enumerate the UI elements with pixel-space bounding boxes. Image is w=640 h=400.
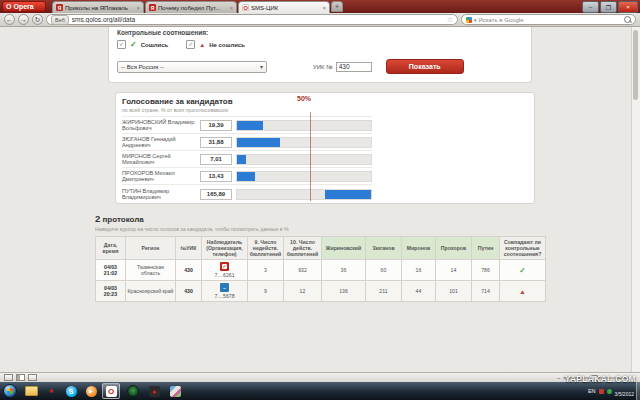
page-scrollbar[interactable] (631, 27, 640, 372)
cell-region: Тюменская область (126, 260, 176, 281)
tab-close-icon[interactable]: × (136, 5, 140, 11)
web-badge[interactable]: Веб (51, 15, 69, 25)
maximize-button[interactable]: ❐ (600, 1, 617, 13)
opera-menu-button[interactable]: O Opera (2, 1, 46, 12)
candidate-value: 13,43 (200, 171, 232, 182)
bar-track (236, 137, 372, 148)
uik-label: УИК № (313, 64, 333, 70)
cell-observer: ~ 7....5678 (202, 281, 248, 302)
start-button[interactable] (3, 384, 17, 398)
cell-zyuganov[interactable]: 60 (366, 260, 402, 281)
cell-prokhorov[interactable]: 14 (436, 260, 472, 281)
tray-clock[interactable]: 3/5/2012 (615, 385, 634, 397)
tab-close-icon[interactable]: × (322, 5, 326, 11)
zoom-out-icon[interactable]: − (557, 375, 561, 381)
cell-prokhorov[interactable]: 101 (436, 281, 472, 302)
bar[interactable] (237, 172, 255, 181)
forward-button[interactable]: → (18, 14, 29, 25)
col-match: Совпадают ли контрольные соотношения? (500, 237, 546, 260)
tray-status-icon[interactable] (607, 389, 612, 394)
yaplakal-favicon-icon: Я (149, 4, 156, 11)
opera-favicon-icon: O (242, 4, 249, 11)
keyboard-layout-indicator[interactable]: EN (588, 388, 596, 394)
window-controls: – ❐ × (582, 1, 638, 13)
tab-yaplakal-jokes[interactable]: Я Приколы на ЯПлакаль × (52, 1, 144, 13)
cell-zhirinovsky[interactable]: 136 (322, 281, 366, 302)
page-column: Контрольные соотношения: ✓ ✓ Сошлись ✓ ▲… (95, 27, 545, 302)
taskbar-explorer-button[interactable] (22, 383, 40, 399)
skype-icon: S (66, 386, 77, 397)
taskbar-media-button[interactable]: ▶ (82, 383, 100, 399)
panels-toggle-icon[interactable] (4, 374, 13, 381)
control-ratios-card: Контрольные соотношения: ✓ ✓ Сошлись ✓ ▲… (108, 27, 532, 83)
tab-sms-cik[interactable]: O SMS-ЦИК × (238, 1, 330, 13)
filter-inputs: -- Вся Россия -- ▾ УИК № Показать (117, 59, 464, 74)
search-field[interactable]: ▾ Искать в Google (461, 14, 636, 25)
back-button[interactable]: ← (4, 14, 15, 25)
matched-label: Сошлись (141, 42, 169, 48)
chart-row: ЗЮГАНОВ Геннадий Андреевич 31,88 (122, 133, 372, 150)
tab-close-icon[interactable]: × (229, 5, 233, 11)
unmatched-checkbox[interactable]: ✓ (186, 40, 195, 49)
taskbar-pokerstars-button[interactable]: ♠ (42, 383, 60, 399)
bar[interactable] (325, 190, 371, 199)
cell-observer: ✓ 7....6261 (202, 260, 248, 281)
sidebar-toggle-icon[interactable] (16, 374, 25, 381)
cell-putin[interactable]: 714 (472, 281, 500, 302)
cell-zyuganov[interactable]: 211 (366, 281, 402, 302)
tab-label: Приколы на ЯПлакаль (65, 5, 134, 11)
observer-org-icon: ~ (220, 283, 229, 292)
region-select-value: -- Вся Россия -- (121, 64, 164, 70)
url-text[interactable]: sms.golos.org/all/data (72, 16, 444, 23)
taskbar-paint-button[interactable] (166, 383, 184, 399)
bar[interactable] (237, 121, 263, 130)
taskbar-poker-room-button[interactable] (124, 383, 142, 399)
reload-button[interactable]: ↻ (32, 14, 43, 25)
bookmark-star-icon[interactable]: ☆ (447, 16, 453, 24)
golos-logo-icon: ✓ (220, 262, 229, 271)
match-check-icon: ✓ (519, 266, 525, 275)
fifty-percent-line (310, 112, 311, 201)
col-valid: 10. Число действ. бюллетеней (284, 237, 322, 260)
cell-mironov[interactable]: 44 (402, 281, 436, 302)
bar[interactable] (237, 138, 280, 147)
candidate-value: 165,89 (200, 189, 232, 200)
taskbar-opera-button[interactable]: O (102, 383, 120, 399)
search-engine-caret-icon[interactable]: ▾ (474, 17, 477, 23)
chart-title: Голосование за кандидатов (122, 97, 528, 106)
tray-app-icon[interactable] (599, 389, 604, 394)
bar-track (236, 120, 372, 131)
search-magnifier-icon[interactable] (624, 16, 631, 23)
close-button[interactable]: × (618, 1, 638, 13)
col-invalid: 9. Число недейств. бюллетеней (248, 237, 284, 260)
bar[interactable] (237, 155, 246, 164)
taskbar-skype-button[interactable]: S (62, 383, 80, 399)
show-desktop-button[interactable] (636, 382, 640, 400)
minimize-button[interactable]: – (582, 1, 599, 13)
cell-match: ▲ (500, 281, 546, 302)
cell-mironov[interactable]: 16 (402, 260, 436, 281)
tab-why-putin-won[interactable]: Я Почему победил Пут... × (145, 1, 237, 13)
sync-icon[interactable] (28, 374, 37, 381)
matched-checkbox[interactable]: ✓ (117, 40, 126, 49)
address-bar[interactable]: Веб sms.golos.org/all/data ☆ (46, 14, 458, 25)
cell-zhirinovsky[interactable]: 36 (322, 260, 366, 281)
cell-putin[interactable]: 786 (472, 260, 500, 281)
spade-icon: ♠ (149, 386, 160, 397)
region-select[interactable]: -- Вся Россия -- ▾ (117, 61, 267, 73)
bar-track (236, 189, 372, 200)
unmatched-triangle-icon: ▲ (199, 42, 205, 48)
control-ratios-title: Контрольные соотношения: (117, 29, 208, 36)
tab-label: Почему победил Пут... (158, 5, 227, 11)
candidate-value: 31,88 (200, 137, 232, 148)
chart-row: ЖИРИНОВСКИЙ Владимир Вольфович 19,39 (122, 116, 372, 133)
new-tab-button[interactable]: + (331, 1, 343, 12)
scrollbar-thumb[interactable] (633, 30, 638, 100)
uik-input[interactable] (336, 62, 372, 72)
taskbar-poker2-button[interactable]: ♠ (145, 383, 163, 399)
search-placeholder[interactable]: Искать в Google (479, 17, 622, 23)
filter-checkboxes: ✓ ✓ Сошлись ✓ ▲ Не сошлись (117, 40, 259, 49)
yaplakal-favicon-icon: Я (56, 4, 63, 11)
cell-invalid: 9 (248, 281, 284, 302)
show-button[interactable]: Показать (386, 59, 464, 74)
